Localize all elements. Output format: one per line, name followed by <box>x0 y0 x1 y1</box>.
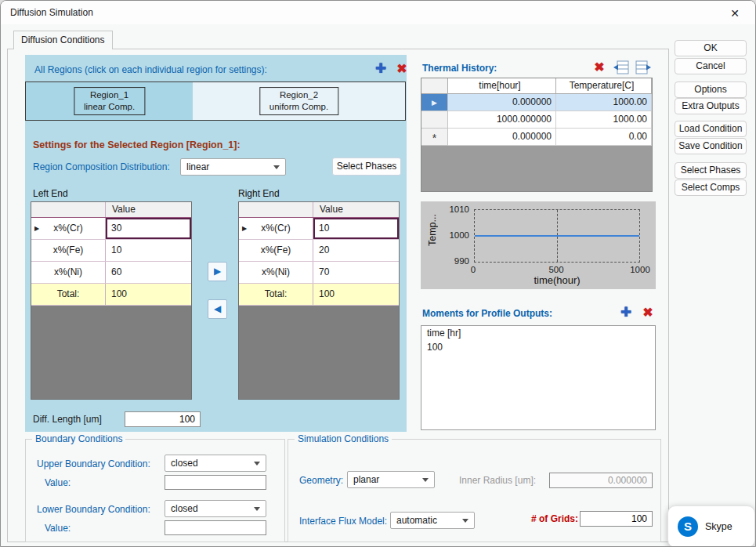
inner-radius-label: Inner Radius [um]: <box>459 475 536 486</box>
current-row-icon: ▶ <box>34 218 39 239</box>
component-label-cell[interactable]: x%(Fe) <box>239 240 313 261</box>
table-row[interactable]: x%(Ni) 70 <box>239 262 399 284</box>
temperature-cell[interactable]: 1000.00 <box>556 111 652 129</box>
chevron-down-icon <box>422 478 429 482</box>
selected-region-title: Settings for the Selected Region [Region… <box>33 139 241 150</box>
component-label-cell[interactable]: x%(Ni) <box>239 262 313 283</box>
all-regions-header: All Regions (click on each individual re… <box>34 64 267 75</box>
skype-icon[interactable]: S <box>678 516 698 537</box>
value-cell[interactable]: 60 <box>106 262 191 283</box>
composition-distribution-label: Region Composition Distribution: <box>33 161 170 172</box>
header-corner-cell <box>31 202 106 217</box>
table-row[interactable]: ▶ 0.000000 1000.00 <box>421 94 652 111</box>
x-tick: 0 <box>466 265 480 274</box>
save-condition-button[interactable]: Save Condition <box>675 138 747 154</box>
total-row: Total: 100 <box>239 284 399 306</box>
lower-boundary-select[interactable]: closed <box>165 500 266 517</box>
boundary-conditions-group: Boundary Conditions Upper Boundary Condi… <box>25 439 285 542</box>
insert-row-icon[interactable] <box>613 60 630 75</box>
select-phases-side-button[interactable]: Select Phases <box>675 162 747 179</box>
region-name: Region_2 <box>269 89 328 101</box>
table-row[interactable]: ▶ x%(Cr) 30 <box>31 218 191 240</box>
composition-distribution-select[interactable]: linear <box>180 158 286 176</box>
upper-boundary-select[interactable]: closed <box>165 455 266 472</box>
value-cell[interactable]: 30 <box>106 218 191 239</box>
component-label-cell[interactable]: x%(Fe) <box>31 240 106 261</box>
copy-right-to-left-button[interactable]: ◀ <box>208 299 227 319</box>
add-moment-icon[interactable]: ✚ <box>617 305 635 321</box>
component-label-cell[interactable]: x%(Ni) <box>31 262 106 283</box>
table-row[interactable]: 1000.000000 1000.00 <box>421 111 652 129</box>
delete-region-icon[interactable]: ✖ <box>393 61 411 77</box>
ok-button[interactable]: OK <box>675 40 747 56</box>
tab-label: Diffusion Conditions <box>21 34 105 45</box>
row-selector-cell[interactable]: ▶ <box>421 94 448 111</box>
temperature-cell[interactable]: 1000.00 <box>556 94 652 111</box>
table-header-row: Value <box>31 202 191 218</box>
region-comp: uniform Comp. <box>269 101 328 113</box>
y-tick: 990 <box>441 256 469 266</box>
region-2[interactable]: Region_2 uniform Comp. <box>193 82 405 120</box>
component-name: x%(Ni) <box>54 266 82 277</box>
left-end-table: Value ▶ x%(Cr) 30 x%(Fe) 10 <box>31 201 192 400</box>
moments-listbox[interactable]: time [hr] 100 <box>421 325 656 430</box>
time-column-header: time[hour] <box>448 78 556 94</box>
append-row-icon[interactable] <box>635 60 652 75</box>
upper-boundary-value: closed <box>171 455 266 471</box>
component-name: x%(Cr) <box>261 223 290 234</box>
skype-notification[interactable]: S Skype <box>667 505 755 547</box>
time-cell[interactable]: 0.000000 <box>448 129 556 146</box>
temperature-column-header: Temperature[C] <box>556 78 652 94</box>
tab-diffusion-conditions[interactable]: Diffusion Conditions <box>13 31 113 49</box>
time-cell[interactable]: 0.000000 <box>448 94 556 111</box>
options-button[interactable]: Options <box>675 82 747 98</box>
add-region-icon[interactable]: ✚ <box>372 61 389 77</box>
row-selector-cell[interactable]: * <box>421 129 448 146</box>
delete-thermal-row-icon[interactable]: ✖ <box>591 60 608 75</box>
temperature-cell[interactable]: 0.00 <box>556 129 652 146</box>
moments-title: Moments for Profile Outputs: <box>422 308 552 319</box>
diff-length-input[interactable] <box>125 411 201 427</box>
region-1[interactable]: Region_1 linear Comp. <box>26 82 193 120</box>
interface-flux-model-label: Interface Flux Model: <box>299 516 387 527</box>
num-grids-label: # of Grids: <box>531 513 578 524</box>
table-row[interactable]: * 0.000000 0.00 <box>421 129 652 146</box>
table-row[interactable]: x%(Ni) 60 <box>31 262 191 284</box>
list-item[interactable]: time [hr] <box>421 326 655 340</box>
value-cell[interactable]: 20 <box>313 240 399 261</box>
upper-value-label: Value: <box>45 477 71 488</box>
thermal-history-title: Thermal History: <box>422 63 497 74</box>
select-comps-button[interactable]: Select Comps <box>675 179 747 196</box>
row-selector-cell[interactable] <box>421 111 448 129</box>
value-cell[interactable]: 10 <box>313 218 399 239</box>
table-row[interactable]: x%(Fe) 10 <box>31 240 191 262</box>
interface-flux-model-select[interactable]: automatic <box>390 512 475 529</box>
new-row-icon: * <box>432 132 436 144</box>
close-icon[interactable]: ✕ <box>722 5 747 22</box>
region-name: Region_1 <box>84 89 135 101</box>
load-condition-button[interactable]: Load Condition <box>675 121 747 137</box>
current-row-icon: ▶ <box>432 99 437 107</box>
value-cell[interactable]: 10 <box>106 240 191 261</box>
chart-y-axis-label: Temp... <box>427 214 438 246</box>
geometry-select[interactable]: planar <box>347 471 435 488</box>
upper-value-input[interactable] <box>165 475 266 490</box>
delete-moment-icon[interactable]: ✖ <box>639 305 657 321</box>
table-row[interactable]: ▶ x%(Cr) 10 <box>239 218 399 240</box>
time-cell[interactable]: 1000.000000 <box>448 111 556 129</box>
component-label-cell[interactable]: ▶ x%(Cr) <box>31 218 106 239</box>
component-name: x%(Ni) <box>262 266 290 277</box>
upper-boundary-label: Upper Boundary Condition: <box>37 458 150 469</box>
component-label-cell[interactable]: ▶ x%(Cr) <box>239 218 313 239</box>
select-phases-button[interactable]: Select Phases <box>332 158 401 176</box>
value-cell[interactable]: 70 <box>313 262 399 283</box>
region-2-label: Region_2 uniform Comp. <box>259 87 338 115</box>
num-grids-input[interactable] <box>580 511 653 527</box>
table-row[interactable]: x%(Fe) 20 <box>239 240 399 262</box>
copy-left-to-right-button[interactable]: ▶ <box>208 262 227 281</box>
list-item[interactable]: 100 <box>421 340 655 354</box>
lower-value-input[interactable] <box>165 520 266 535</box>
geometry-label: Geometry: <box>299 475 343 486</box>
extra-outputs-button[interactable]: Extra Outputs <box>675 98 747 114</box>
cancel-button[interactable]: Cancel <box>675 58 747 74</box>
